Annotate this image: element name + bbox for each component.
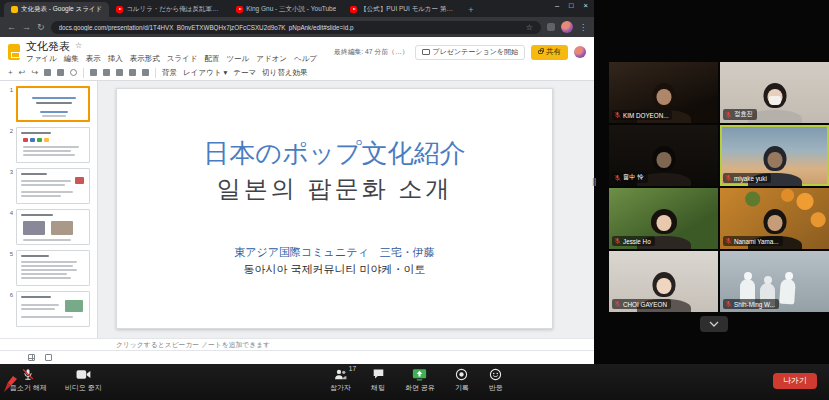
reactions-icon [489,367,502,381]
muted-mic-icon [725,111,732,119]
forward-icon[interactable]: → [22,23,31,32]
text-box-icon[interactable] [103,69,110,76]
menu-file[interactable]: ファイル [26,54,57,64]
browser-tab-bar: 文化発表 - Google スライド コルリラ・だから俺は反乱軍を作るわと...… [0,0,594,17]
menu-tools[interactable]: ツール [226,54,249,64]
slide-subtitle-korean[interactable]: 동아시아 국제커뮤니티 미야케・이토 [117,262,552,277]
slides-app-icon[interactable] [8,44,20,60]
tab-youtube-1[interactable]: コルリラ・だから俺は反乱軍を作るわと... [109,2,229,17]
slide-number: 4 [0,209,13,245]
participant-name-label: Nanami Yama... [723,236,783,246]
paint-format-icon[interactable] [57,69,64,76]
slide-thumbnail-5[interactable] [16,250,90,286]
redo-icon[interactable]: ↪ [31,69,38,77]
participant-tile[interactable]: Jessie Ho [609,188,718,249]
menu-view[interactable]: 表示 [86,54,101,64]
menu-addons[interactable]: アドオン [256,54,287,64]
tab-youtube-3[interactable]: 【公式】PUI PUI モルカー 第1話 「... [343,2,463,17]
insert-shape-icon[interactable] [129,69,136,76]
menu-insert[interactable]: 挿入 [108,54,123,64]
back-icon[interactable]: ← [7,23,16,32]
zoom-icon[interactable] [70,69,77,76]
url-field[interactable]: docs.google.com/presentation/d/1T4HVX_B0… [51,21,541,34]
leave-meeting-button[interactable]: 나가기 [773,373,817,389]
print-icon[interactable] [44,69,51,76]
muted-mic-icon [614,174,621,182]
speaker-notes[interactable]: クリックするとスピーカー ノートを追加できます [0,338,594,350]
tab-youtube-2[interactable]: King Gnu - 三文小説 - YouTube [229,2,343,17]
menu-format[interactable]: 表示形式 [130,54,160,64]
minimize-button[interactable]: – [555,2,559,10]
menu-slide[interactable]: スライド [167,54,198,64]
slide-subtitle-japanese[interactable]: 東アジア国際コミュニティ 三宅・伊藤 [117,245,552,260]
slide-title-korean[interactable]: 일본의 팝문화 소개 [117,173,552,205]
extensions-icon[interactable] [547,23,555,31]
chevron-down-icon [709,321,719,327]
tab-slides[interactable]: 文化発表 - Google スライド [4,2,109,17]
star-doc-icon[interactable]: ☆ [75,42,82,51]
slide-filmstrip: 1 2 [0,81,98,338]
participant-name-label: KIM DOYEON... [612,110,672,120]
transition-button[interactable]: 切り替え効果 [262,68,307,78]
bookmark-star-icon[interactable]: ☆ [526,23,533,32]
menu-help[interactable]: ヘルプ [294,54,317,64]
participant-tile-active-speaker[interactable]: miyake yuki [720,125,829,186]
refresh-icon[interactable]: ↻ [37,23,45,32]
background-button[interactable]: 背景 [162,68,177,78]
chat-button[interactable]: 채팅 [371,367,385,393]
menu-arrange[interactable]: 配置 [204,54,219,64]
participant-grid: KIM DOYEON... 정효진 畠中 怜 miyake yuki [609,62,829,312]
slide-thumbnail-3[interactable] [16,168,90,204]
browser-address-bar: ← → ↻ docs.google.com/presentation/d/1T4… [0,17,594,37]
filmstrip-view-icon[interactable] [45,354,52,361]
browser-menu-icon[interactable]: ⋮ [579,23,587,32]
slides-content: 1 2 [0,81,594,338]
reactions-button[interactable]: 반응 [489,367,503,393]
grid-view-icon[interactable] [28,354,35,361]
insert-line-icon[interactable] [142,69,149,76]
collapse-participants-button[interactable] [700,316,728,332]
maximize-button[interactable]: □ [569,2,574,10]
participant-tile[interactable]: KIM DOYEON... [609,62,718,123]
insert-image-icon[interactable] [116,69,123,76]
account-avatar[interactable] [574,46,586,58]
slide-thumbnail-4[interactable] [16,209,90,245]
participant-name-label: 정효진 [723,109,757,120]
menu-edit[interactable]: 編集 [64,54,79,64]
new-tab-button[interactable]: + [468,6,473,15]
participant-tile[interactable]: CHOI GAYEON [609,251,718,312]
slide-number: 3 [0,168,13,204]
toolbar-separator [83,68,84,78]
profile-avatar[interactable] [561,21,573,33]
slide-title-japanese[interactable]: 日本のポップ文化紹介 [117,137,552,171]
slides-status-bar [0,350,594,364]
slide-thumbnail-1[interactable] [16,86,90,122]
panel-resize-handle[interactable]: ‖ [592,176,597,188]
participants-button[interactable]: 17 참가자 [330,367,351,393]
layout-button[interactable]: レイアウト▾ [183,68,227,78]
muted-mic-icon [725,300,732,308]
theme-button[interactable]: テーマ [233,68,256,78]
current-slide[interactable]: 日本のポップ文化紹介 일본의 팝문화 소개 東アジア国際コミュニティ 三宅・伊藤… [116,88,553,329]
participant-tile[interactable]: 畠中 怜 [609,125,718,186]
doc-title[interactable]: 文化発表 [26,40,70,52]
select-tool-icon[interactable] [90,69,97,76]
participant-tile[interactable]: Nanami Yama... [720,188,829,249]
share-button[interactable]: 共有 [531,45,568,60]
share-screen-button[interactable]: 화면 공유 [405,367,435,393]
slide-canvas[interactable]: 日本のポップ文化紹介 일본의 팝문화 소개 東アジア国際コミュニティ 三宅・伊藤… [98,81,594,338]
participant-name-label: 畠中 怜 [612,172,648,183]
slide-thumbnail-6[interactable] [16,291,90,327]
undo-icon[interactable]: ↩ [19,69,26,77]
record-button[interactable]: 기록 [455,367,469,393]
new-slide-icon[interactable]: + [8,69,13,77]
last-edit-link[interactable]: 最終編集: 47 分前（…） [334,47,408,57]
close-button[interactable]: × [584,2,588,10]
google-slides-favicon-icon [11,6,18,13]
participant-tile[interactable]: Shih-Ming W... [720,251,829,312]
stop-video-button[interactable]: 비디오 중지 [65,367,102,393]
slide-thumbnail-2[interactable] [16,127,90,163]
youtube-favicon-icon [350,6,357,13]
participant-tile[interactable]: 정효진 [720,62,829,123]
present-button[interactable]: プレゼンテーションを開始 [415,45,525,60]
